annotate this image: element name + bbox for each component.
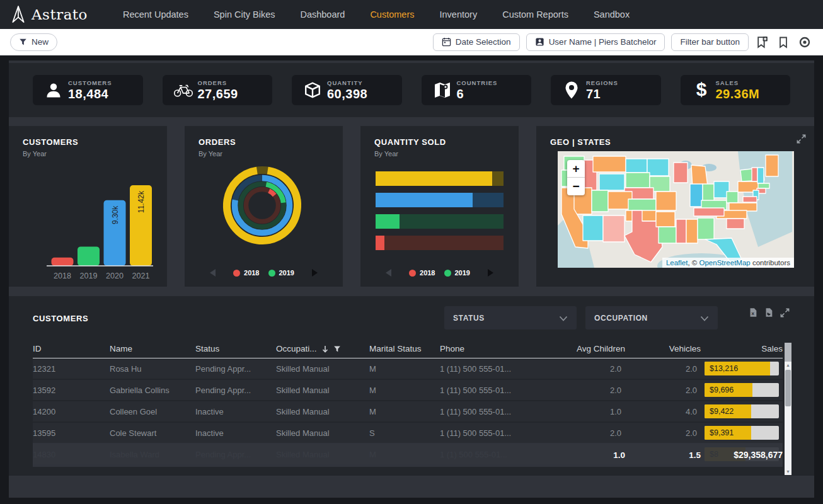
state-shape[interactable]: [674, 163, 688, 183]
user-name-button[interactable]: User Name | Piers Batchelor: [526, 33, 665, 51]
nav-item-customers[interactable]: Customers: [357, 0, 427, 29]
state-shape[interactable]: [766, 155, 778, 176]
qty-bar-2020[interactable]: [376, 193, 504, 207]
nav-item-dashboard[interactable]: Dashboard: [287, 0, 357, 29]
occupation-dropdown[interactable]: OCCUPATION: [585, 306, 718, 329]
state-shape[interactable]: [758, 183, 769, 188]
state-shape[interactable]: [727, 192, 738, 203]
col-header-children[interactable]: Avg Children: [551, 344, 625, 353]
chart-legend: 2018 2019: [185, 269, 343, 277]
kpi-card-quantity[interactable]: QUANTITY 60,398: [292, 75, 402, 105]
kpi-label: SALES: [716, 79, 760, 86]
col-header-occupation[interactable]: Occupati...: [276, 344, 369, 353]
expand-icon[interactable]: [780, 307, 790, 321]
state-shape[interactable]: [656, 212, 675, 227]
qty-bar-2021[interactable]: [376, 171, 504, 186]
state-shape[interactable]: [686, 219, 698, 243]
legend-next-button[interactable]: [488, 269, 493, 277]
leaflet-link[interactable]: Leaflet: [666, 259, 688, 266]
sort-desc-icon[interactable]: [321, 345, 329, 353]
state-shape[interactable]: [752, 168, 757, 181]
state-shape[interactable]: [593, 156, 626, 172]
col-header-vehicles[interactable]: Vehicles: [625, 344, 701, 353]
panel-subtitle: By Year: [23, 150, 153, 158]
col-header-id[interactable]: ID: [33, 344, 110, 353]
state-shape[interactable]: [592, 190, 608, 212]
user-badge-icon: [535, 37, 544, 47]
zoom-in-button[interactable]: +: [567, 160, 585, 178]
nav-item-sandbox[interactable]: Sandbox: [581, 0, 642, 29]
state-shape[interactable]: [599, 174, 624, 190]
state-shape[interactable]: [628, 199, 656, 212]
col-header-marital[interactable]: Marital Status: [369, 344, 440, 353]
state-shape[interactable]: [656, 192, 676, 210]
status-dropdown[interactable]: STATUS: [444, 306, 577, 329]
filter-funnel-icon[interactable]: [333, 345, 341, 353]
export-doc-icon[interactable]: [764, 307, 774, 321]
legend-prev-button[interactable]: [210, 269, 216, 277]
kpi-card-orders[interactable]: ORDERS 27,659: [163, 75, 273, 105]
osm-link[interactable]: OpenStreetMap: [699, 259, 751, 266]
kpi-card-countries[interactable]: COUNTRIES 6: [422, 75, 532, 105]
state-shape[interactable]: [626, 159, 647, 173]
bar-chart[interactable]: 9.30k11.42k2018201920202021: [23, 159, 153, 285]
legend-item[interactable]: 2018: [409, 269, 435, 277]
qty-bar-2019[interactable]: [376, 214, 504, 229]
filter-bar-button[interactable]: Filter bar button: [671, 33, 749, 51]
bar-2019[interactable]: [78, 246, 100, 266]
scroll-down-arrow[interactable]: ▼: [785, 469, 791, 474]
legend-item[interactable]: 2019: [268, 269, 294, 277]
legend-prev-button[interactable]: [386, 269, 391, 277]
state-shape[interactable]: [694, 208, 724, 216]
nav-item-spin-city-bikes[interactable]: Spin City Bikes: [201, 0, 288, 29]
col-header-phone[interactable]: Phone: [440, 344, 551, 353]
scroll-up-arrow[interactable]: ▲: [785, 363, 791, 367]
legend-item[interactable]: 2019: [444, 269, 470, 277]
visibility-eye-icon[interactable]: [797, 34, 813, 50]
kpi-card-customers[interactable]: CUSTOMERS 18,484: [33, 75, 143, 105]
state-shape[interactable]: [690, 184, 703, 207]
qty-bar-2018[interactable]: [376, 236, 504, 250]
state-shape[interactable]: [703, 184, 714, 202]
state-shape[interactable]: [727, 219, 744, 229]
state-shape[interactable]: [676, 219, 686, 243]
col-header-sales[interactable]: Sales: [701, 344, 783, 353]
scrollbar-track[interactable]: ▲ ▼: [785, 362, 791, 475]
state-shape[interactable]: [603, 215, 624, 242]
expand-icon[interactable]: [796, 134, 807, 147]
bar-2018[interactable]: [52, 258, 74, 266]
legend-item[interactable]: 2018: [233, 269, 259, 277]
state-shape[interactable]: [626, 173, 650, 188]
zoom-out-button[interactable]: −: [567, 178, 585, 195]
bookmark-add-icon[interactable]: [754, 34, 770, 50]
nav-item-recent-updates[interactable]: Recent Updates: [110, 0, 201, 29]
radial-ring-chart[interactable]: [215, 163, 309, 248]
state-shape[interactable]: [698, 218, 714, 239]
nav-item-custom-reports[interactable]: Custom Reports: [490, 0, 581, 29]
table-row[interactable]: 13592Gabriella CollinsPending Appr... Sk…: [33, 380, 783, 401]
table-row[interactable]: 12321Rosa HuPending Appr... Skilled Manu…: [33, 358, 783, 380]
kpi-card-regions[interactable]: REGIONS 71: [551, 75, 661, 105]
date-selection-button[interactable]: Date Selection: [433, 33, 520, 51]
export-excel-icon[interactable]: [748, 307, 758, 321]
new-filter-chip[interactable]: New: [10, 33, 57, 51]
state-shape[interactable]: [757, 168, 764, 183]
sales-databar: $9,422: [705, 404, 779, 418]
col-header-status[interactable]: Status: [195, 344, 276, 353]
bookmark-icon[interactable]: [775, 34, 791, 50]
leaflet-map[interactable]: + −: [558, 151, 794, 268]
table-row[interactable]: 14200Colleen GoelInactive Skilled Manual…: [33, 401, 783, 423]
state-shape[interactable]: [583, 215, 603, 241]
state-shape[interactable]: [659, 227, 676, 243]
legend-next-button[interactable]: [312, 269, 318, 277]
state-shape[interactable]: [729, 203, 757, 211]
table-row[interactable]: 13595Cole StewartInactive Skilled Manual…: [33, 423, 783, 444]
kpi-card-sales[interactable]: SALES 29.36M: [681, 75, 791, 105]
scrollbar-thumb[interactable]: [785, 370, 791, 406]
brand[interactable]: Astrato: [10, 5, 88, 24]
table-title: CUSTOMERS: [33, 314, 88, 323]
nav-item-inventory[interactable]: Inventory: [427, 0, 490, 29]
state-shape[interactable]: [647, 159, 669, 176]
col-header-name[interactable]: Name: [110, 344, 195, 353]
state-shape[interactable]: [743, 197, 757, 202]
